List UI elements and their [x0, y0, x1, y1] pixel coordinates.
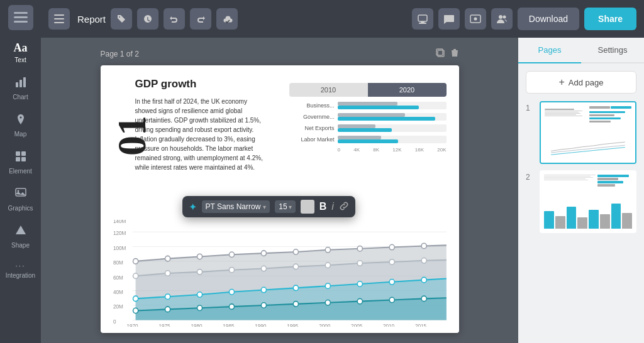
svg-point-76: [325, 300, 330, 306]
svg-rect-8: [16, 157, 20, 161]
preview-button[interactable]: [465, 8, 486, 30]
add-page-button[interactable]: + Add page: [526, 71, 636, 94]
svg-text:140M: 140M: [113, 220, 126, 224]
svg-point-74: [261, 303, 266, 308]
svg-point-11: [17, 190, 19, 192]
left-sidebar: Aa Text Chart Map E: [0, 0, 41, 343]
svg-point-49: [421, 243, 426, 249]
export-button[interactable]: [412, 8, 433, 30]
undo-button[interactable]: [164, 8, 185, 30]
bold-button[interactable]: B: [319, 201, 327, 212]
svg-point-54: [261, 266, 266, 271]
chart-tab-2020[interactable]: 2020: [368, 83, 447, 97]
sidebar-label-element: Element: [9, 168, 32, 175]
svg-point-48: [389, 244, 394, 250]
sidebar-item-graphics[interactable]: Graphics: [0, 181, 41, 218]
svg-text:120M: 120M: [113, 230, 126, 236]
svg-point-56: [325, 263, 330, 268]
font-size: 15: [279, 202, 287, 211]
chart-tab-2010[interactable]: 2010: [289, 83, 368, 97]
svg-point-66: [325, 283, 330, 289]
duplicate-icon[interactable]: [435, 48, 445, 60]
comment-button[interactable]: [438, 8, 460, 30]
italic-button[interactable]: i: [331, 201, 334, 212]
svg-point-75: [293, 302, 298, 307]
color-picker[interactable]: [301, 200, 314, 214]
sidebar-label-integration: Integration: [6, 272, 35, 279]
svg-rect-7: [21, 151, 26, 156]
svg-rect-5: [23, 77, 26, 87]
app-logo[interactable]: [8, 5, 33, 30]
svg-point-65: [293, 285, 298, 291]
graphics-icon: [14, 187, 27, 203]
svg-point-70: [133, 308, 138, 313]
page-num-2: 2: [526, 173, 535, 182]
tab-settings[interactable]: Settings: [581, 38, 644, 62]
users-button[interactable]: [491, 8, 513, 30]
sidebar-item-map[interactable]: Map: [0, 107, 41, 144]
menu-button[interactable]: [48, 8, 70, 30]
bar-label-0: Business...: [289, 102, 335, 109]
page-info: Page 1 of 2: [101, 50, 139, 58]
svg-point-58: [389, 259, 394, 265]
svg-point-52: [197, 270, 202, 275]
sidebar-item-text[interactable]: Aa Text: [0, 35, 41, 70]
panel-tabs: Pages Settings: [518, 38, 644, 63]
sidebar-item-shape[interactable]: Shape: [0, 218, 41, 255]
tab-pages[interactable]: Pages: [518, 38, 581, 63]
map-icon: [14, 113, 27, 129]
font-selector[interactable]: PT Sans Narrow ▾: [202, 200, 270, 213]
move-handle[interactable]: ✦: [189, 201, 197, 213]
bar-track-1: [338, 113, 447, 121]
bar-row-3: Labor Market: [289, 136, 447, 143]
svg-text:1995: 1995: [287, 323, 298, 327]
bar-row-2: Net Exports: [289, 124, 447, 132]
svg-point-42: [197, 254, 202, 259]
right-panel: Pages Settings + Add page 1: [518, 38, 644, 343]
shape-icon: [14, 224, 27, 240]
chart-tabs: 2010 2020: [289, 83, 447, 97]
svg-text:2000: 2000: [319, 323, 330, 327]
font-chevron: ▾: [263, 204, 266, 210]
link-button[interactable]: [339, 201, 349, 213]
svg-rect-15: [54, 22, 64, 23]
svg-point-57: [357, 261, 362, 266]
share-button[interactable]: Share: [584, 8, 636, 30]
svg-point-62: [197, 292, 202, 298]
bar-track-0: [338, 102, 447, 109]
toolbar-right: Download Share: [412, 8, 636, 30]
sidebar-item-chart[interactable]: Chart: [0, 70, 41, 107]
sidebar-item-element[interactable]: Element: [0, 144, 41, 181]
svg-point-78: [389, 297, 394, 303]
svg-point-63: [229, 290, 234, 295]
svg-point-43: [229, 252, 234, 258]
svg-rect-3: [16, 82, 18, 87]
svg-point-55: [293, 264, 298, 270]
toolbar-left: Report: [48, 8, 238, 30]
svg-point-40: [133, 259, 138, 264]
bar-fill-2020-0: [338, 106, 419, 109]
delete-icon[interactable]: [450, 48, 459, 60]
page-thumb-2[interactable]: [540, 170, 636, 233]
bar-chart-container: 2010 2020 Business... Governme...: [289, 83, 447, 153]
sidebar-label-chart: Chart: [13, 94, 28, 101]
page-thumb-1[interactable]: [540, 101, 636, 164]
svg-point-45: [293, 249, 298, 255]
tag-button[interactable]: [111, 8, 132, 30]
sidebar-item-integration[interactable]: ··· Integration: [0, 255, 41, 285]
svg-text:1985: 1985: [223, 323, 234, 327]
bar-track-3: [338, 136, 447, 143]
svg-rect-6: [16, 151, 20, 156]
cloud-save-button[interactable]: [216, 8, 238, 30]
gdp-text[interactable]: In the first half of 2024, the UK econom…: [135, 97, 267, 172]
add-page-label: Add page: [569, 78, 604, 87]
font-size-selector[interactable]: 15 ▾: [275, 200, 295, 213]
download-button[interactable]: Download: [518, 8, 579, 30]
bar-fill-2020-1: [338, 117, 436, 121]
redo-button[interactable]: [190, 8, 211, 30]
main-area: Report: [41, 0, 644, 343]
history-button[interactable]: [137, 8, 158, 30]
svg-point-50: [133, 273, 138, 279]
svg-point-44: [261, 251, 266, 256]
svg-text:2010: 2010: [383, 323, 394, 327]
